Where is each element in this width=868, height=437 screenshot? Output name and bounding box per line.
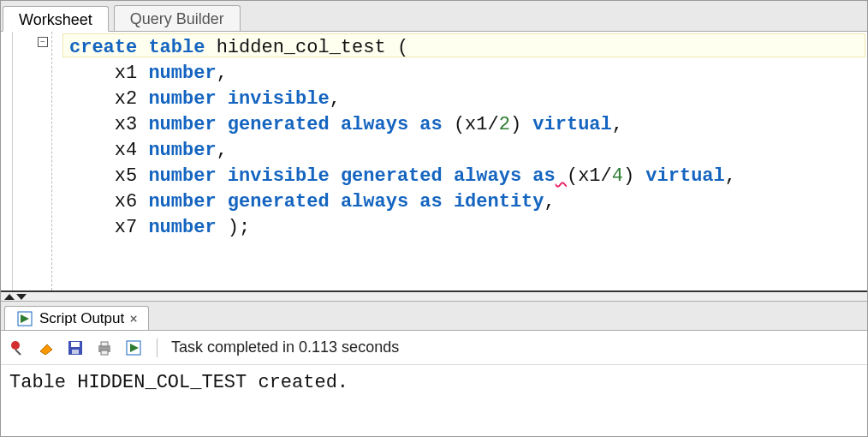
script-output-icon — [15, 309, 34, 328]
tab-worksheet[interactable]: Worksheet — [3, 6, 109, 32]
printer-icon[interactable] — [95, 338, 114, 357]
svg-rect-10 — [101, 350, 108, 355]
tab-script-output[interactable]: Script Output × — [4, 306, 149, 330]
script-output-label: Script Output — [39, 310, 124, 327]
output-toolbar: Task completed in 0.113 seconds — [1, 331, 867, 365]
run-icon[interactable] — [124, 338, 143, 357]
fold-toggle-icon[interactable]: − — [38, 37, 48, 47]
svg-rect-7 — [72, 350, 79, 354]
splitter-up-icon — [4, 294, 15, 300]
task-status: Task completed in 0.113 seconds — [171, 338, 399, 356]
toolbar-separator — [157, 338, 158, 357]
editor-pane: Worksheet Query Builder − create table h… — [1, 1, 867, 292]
editor-tabs-row: Worksheet Query Builder — [1, 1, 867, 32]
output-body: Table HIDDEN_COL_TEST created. — [1, 365, 867, 436]
eraser-icon[interactable] — [37, 338, 56, 357]
splitter-down-icon — [16, 294, 27, 300]
output-pane: Script Output × Task completed in 0.113 … — [1, 301, 867, 436]
svg-line-3 — [15, 350, 21, 355]
splitter-handle[interactable] — [1, 292, 867, 301]
svg-rect-6 — [71, 342, 80, 347]
tab-query-builder[interactable]: Query Builder — [114, 5, 241, 31]
svg-marker-4 — [40, 344, 52, 355]
code-area[interactable]: − create table hidden_col_test ( x1 numb… — [1, 32, 867, 290]
fold-gutter: − — [1, 32, 52, 290]
close-icon[interactable]: × — [129, 310, 138, 326]
svg-point-2 — [11, 341, 20, 350]
output-tabs-row: Script Output × — [1, 302, 867, 331]
svg-rect-9 — [101, 342, 108, 346]
save-icon[interactable] — [66, 338, 85, 357]
pin-icon[interactable] — [8, 338, 27, 357]
code-text[interactable]: create table hidden_col_test ( x1 number… — [52, 32, 745, 290]
